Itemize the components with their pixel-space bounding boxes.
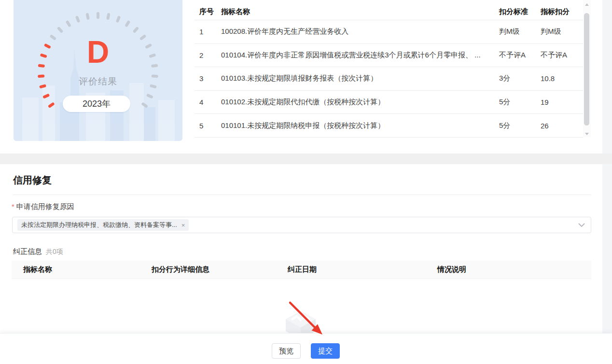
gauge-tick [57, 27, 64, 33]
correction-info-title: 纠正信息共0项 [13, 247, 63, 256]
corr-col-name: 指标名称 [12, 265, 152, 274]
section-separator [0, 154, 612, 164]
cell-name: 100208.评价年度内无生产经营业务收入 [221, 27, 499, 36]
col-header-name: 指标名称 [221, 7, 499, 16]
cell-no: 5 [199, 122, 221, 130]
table-row: 4 010102.未按规定期限代扣代缴（按税种按次计算） 5分 19 [195, 91, 583, 114]
table-row: 5 010101.未按规定期限纳税申报（按税种按次计算） 5分 26 [195, 114, 583, 138]
gauge-tick [141, 102, 148, 108]
correction-count: 共0项 [46, 248, 63, 255]
cell-deduction: 26 [541, 122, 578, 130]
gauge-tick [133, 27, 139, 33]
gauge-tick [106, 13, 110, 20]
cell-no: 2 [199, 51, 221, 59]
rating-grade: D [14, 37, 182, 68]
table-scrollbar[interactable] [583, 0, 591, 137]
col-header-deduction: 指标扣分 [541, 7, 578, 16]
cell-deduction: 判M级 [541, 27, 578, 36]
page: D 评价结果 2023年 序号 指标名称 扣分标准 指标扣分 1 100208.… [0, 0, 612, 364]
selected-reason-tag: 未按法定期限办理纳税申报、税款缴纳、资料备案等事... × [17, 219, 189, 231]
tag-close-icon[interactable]: × [181, 222, 185, 228]
footer-bar: 预览 提交 [0, 333, 612, 364]
deduction-table: 序号 指标名称 扣分标准 指标扣分 1 100208.评价年度内无生产经营业务收… [195, 4, 583, 138]
cell-no: 1 [199, 28, 221, 36]
table-row: 1 100208.评价年度内无生产经营业务收入 判M级 判M级 [195, 20, 583, 44]
credit-repair-title: 信用修复 [13, 174, 52, 187]
gauge-tick [146, 93, 153, 98]
cell-no: 3 [199, 74, 221, 83]
cell-standard: 3分 [499, 74, 541, 83]
evaluation-year-badge: 2023年 [63, 96, 130, 112]
cell-deduction: 10.8 [541, 74, 578, 83]
gauge-tick [48, 102, 55, 108]
scrollbar-up-icon[interactable] [585, 3, 589, 6]
cell-standard: 不予评A [499, 51, 541, 60]
gauge-tick [116, 15, 121, 23]
col-header-standard: 扣分标准 [499, 7, 541, 16]
gauge-tick [42, 93, 50, 98]
gauge-tick [75, 15, 81, 23]
corr-col-date: 纠正日期 [288, 265, 437, 274]
gauge-tick [66, 20, 71, 28]
required-asterisk: * [12, 202, 14, 210]
scrollbar-thumb[interactable] [584, 13, 589, 126]
cell-deduction: 19 [541, 98, 578, 106]
gauge-tick [125, 20, 130, 28]
table-row: 3 010103.未按规定期限填报财务报表（按次计算） 3分 10.8 [195, 67, 583, 91]
cell-name: 010101.未按规定期限纳税申报（按税种按次计算） [221, 121, 499, 130]
preview-button[interactable]: 预览 [272, 343, 301, 359]
rating-card: D 评价结果 2023年 [14, 0, 182, 141]
rating-gauge [38, 12, 158, 133]
gauge-tick [85, 13, 89, 20]
cell-deduction: 不予评A [541, 51, 578, 60]
cell-name: 010102.未按规定期限代扣代缴（按税种按次计算） [221, 98, 499, 107]
cell-no: 4 [199, 98, 221, 106]
col-header-no: 序号 [199, 7, 221, 16]
cell-standard: 5分 [499, 121, 541, 130]
corr-col-detail: 扣分行为详细信息 [152, 265, 288, 274]
table-row: 2 010104.评价年度内非正常原因增值税或营业税连续3个月或累计6个月零申报… [195, 44, 583, 68]
chevron-down-icon[interactable] [578, 223, 585, 227]
gauge-tick [97, 12, 99, 19]
cell-name: 010104.评价年度内非正常原因增值税或营业税连续3个月或累计6个月零申报、 … [221, 51, 499, 60]
rating-grade-label: 评价结果 [14, 75, 182, 88]
reason-tag-text: 未按法定期限办理纳税申报、税款缴纳、资料备案等事... [21, 221, 177, 229]
repair-reason-select[interactable]: 未按法定期限办理纳税申报、税款缴纳、资料备案等事... × [12, 217, 591, 233]
scrollbar-down-icon[interactable] [585, 133, 589, 135]
correction-table-header: 指标名称 扣分行为详细信息 纠正日期 情况说明 [12, 261, 591, 279]
cell-name: 010103.未按规定期限填报财务报表（按次计算） [221, 74, 499, 83]
cell-standard: 判M级 [499, 27, 541, 36]
divider [13, 195, 591, 195]
corr-col-desc: 情况说明 [437, 265, 591, 274]
repair-reason-label-text: 申请信用修复原因 [16, 202, 74, 210]
page-right-margin [602, 0, 612, 336]
submit-button[interactable]: 提交 [311, 343, 340, 359]
repair-reason-label: *申请信用修复原因 [12, 202, 74, 211]
cell-standard: 5分 [499, 98, 541, 107]
correction-title-text: 纠正信息 [13, 247, 42, 255]
deduction-table-header: 序号 指标名称 扣分标准 指标扣分 [195, 4, 583, 20]
